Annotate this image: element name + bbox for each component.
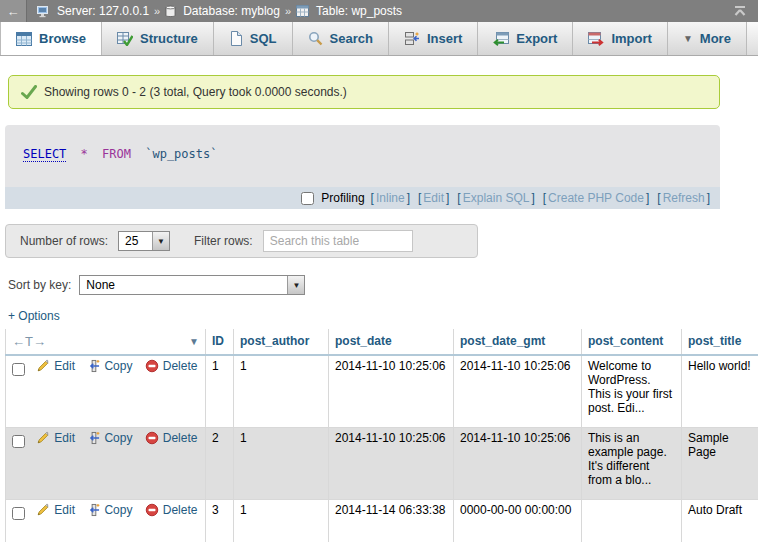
column-header-post-content[interactable]: post_content xyxy=(582,329,682,355)
breadcrumb-separator: » xyxy=(285,5,291,17)
bracket: [ xyxy=(457,191,460,205)
options-toggle-link[interactable]: + Options xyxy=(8,309,60,323)
cell-post-content: This is an example page. It's different … xyxy=(582,427,682,499)
tab-search[interactable]: Search xyxy=(293,22,389,55)
table-row: Edit Copy Delete 3 1 2014-11-14 06:33:38… xyxy=(6,499,758,542)
delete-label: Delete xyxy=(163,359,198,373)
delete-row-link[interactable]: Delete xyxy=(145,431,198,445)
explain-sql-link[interactable]: Explain SQL xyxy=(463,191,530,205)
tab-structure[interactable]: Structure xyxy=(102,22,214,55)
cell-post-date: 2014-11-10 10:25:06 xyxy=(329,427,454,499)
number-of-rows-select[interactable]: 25 ▼ xyxy=(118,231,170,251)
edit-query-link[interactable]: Edit xyxy=(423,191,444,205)
table-tabs: Browse Structure SQL Search Insert Expor… xyxy=(0,22,758,56)
sql-keyword-from: FROM xyxy=(102,147,131,161)
delete-row-link[interactable]: Delete xyxy=(145,503,198,517)
profiling-checkbox[interactable] xyxy=(301,192,314,205)
row-checkbox[interactable] xyxy=(12,435,25,448)
edit-row-link[interactable]: Edit xyxy=(36,431,75,445)
sql-table-identifier: `wp_posts` xyxy=(145,147,217,161)
delete-icon xyxy=(145,503,159,517)
column-header-post-date-gmt[interactable]: post_date_gmt xyxy=(454,329,582,355)
cell-post-date-gmt: 2014-11-10 10:25:06 xyxy=(454,427,582,499)
cell-post-title: Sample Page xyxy=(682,427,758,499)
tab-search-label: Search xyxy=(330,31,373,46)
breadcrumb-server[interactable]: Server: 127.0.0.1 xyxy=(57,4,149,18)
breadcrumb-database[interactable]: Database: myblog xyxy=(183,4,280,18)
sql-query-box: SELECT * FROM `wp_posts` Profiling [Inli… xyxy=(5,125,720,209)
tab-more-label: More xyxy=(700,31,731,46)
table-icon xyxy=(296,5,309,17)
tab-insert-label: Insert xyxy=(427,31,462,46)
tab-browse[interactable]: Browse xyxy=(0,22,102,55)
cell-post-content: Welcome to WordPress. This is your first… xyxy=(582,355,682,427)
tab-export[interactable]: Export xyxy=(478,22,573,55)
breadcrumb-bar: ← Server: 127.0.0.1 » Database: myblog »… xyxy=(0,0,758,22)
column-header-post-author[interactable]: post_author xyxy=(234,329,329,355)
sql-keyword-select[interactable]: SELECT xyxy=(23,147,66,162)
search-table-input[interactable] xyxy=(263,230,413,252)
row-checkbox[interactable] xyxy=(12,507,25,520)
number-of-rows-label: Number of rows: xyxy=(20,234,108,248)
bracket: ] xyxy=(407,191,410,205)
sql-icon xyxy=(229,31,243,46)
delete-icon xyxy=(145,359,159,373)
sql-query-text: SELECT * FROM `wp_posts` xyxy=(5,125,720,187)
row-controls-bar: Number of rows: 25 ▼ Filter rows: xyxy=(5,224,478,258)
breadcrumb-separator: » xyxy=(154,5,160,17)
tab-import[interactable]: Import xyxy=(573,22,667,55)
create-php-code-link[interactable]: Create PHP Code xyxy=(548,191,644,205)
column-header-post-date[interactable]: post_date xyxy=(329,329,454,355)
edit-label: Edit xyxy=(54,359,75,373)
tab-more[interactable]: ▼ More xyxy=(668,22,747,55)
sort-by-key-label: Sort by key: xyxy=(8,278,71,292)
insert-icon xyxy=(404,31,420,46)
tab-insert[interactable]: Insert xyxy=(389,22,478,55)
status-message: Showing rows 0 - 2 (3 total, Query took … xyxy=(8,75,720,109)
column-header-id[interactable]: ID xyxy=(206,329,234,355)
cell-id: 1 xyxy=(206,355,234,427)
refresh-link[interactable]: Refresh xyxy=(663,191,705,205)
copy-row-link[interactable]: Copy xyxy=(87,431,132,445)
sort-row: Sort by key: None ▼ xyxy=(8,275,758,295)
inline-link[interactable]: Inline xyxy=(376,191,405,205)
copy-icon xyxy=(87,503,100,517)
column-header-post-title[interactable]: post_title xyxy=(682,329,758,355)
copy-row-link[interactable]: Copy xyxy=(87,359,132,373)
edit-label: Edit xyxy=(54,503,75,517)
server-icon xyxy=(37,5,50,18)
collapse-navbar-button[interactable] xyxy=(732,4,748,18)
tab-sql[interactable]: SQL xyxy=(214,22,293,55)
sort-by-key-select[interactable]: None ▼ xyxy=(79,275,305,295)
sql-star: * xyxy=(81,147,88,161)
results-table: ←T→ ▼ ID post_author post_date post_date… xyxy=(5,329,758,542)
database-icon xyxy=(165,5,176,18)
sort-by-key-value: None xyxy=(80,276,287,294)
bracket: [ xyxy=(543,191,546,205)
back-button[interactable]: ← xyxy=(0,0,27,22)
edit-row-link[interactable]: Edit xyxy=(36,359,75,373)
row-checkbox[interactable] xyxy=(12,363,25,376)
cell-post-author: 1 xyxy=(234,499,329,542)
row-actions: Edit Copy Delete xyxy=(6,355,206,427)
tab-import-label: Import xyxy=(611,31,651,46)
column-reorder-icon[interactable]: ←T→ xyxy=(12,334,46,349)
copy-label: Copy xyxy=(104,431,132,445)
chevron-down-icon: ▼ xyxy=(287,276,304,294)
copy-row-link[interactable]: Copy xyxy=(87,503,132,517)
bracket: ] xyxy=(446,191,449,205)
chevron-down-icon[interactable]: ▼ xyxy=(189,336,199,347)
query-options-bar: Profiling [Inline] [Edit] [Explain SQL] … xyxy=(5,187,720,209)
import-icon xyxy=(588,32,604,46)
breadcrumb-table[interactable]: Table: wp_posts xyxy=(316,4,402,18)
tab-export-label: Export xyxy=(516,31,557,46)
copy-label: Copy xyxy=(104,503,132,517)
delete-icon xyxy=(145,431,159,445)
delete-row-link[interactable]: Delete xyxy=(145,359,198,373)
edit-row-link[interactable]: Edit xyxy=(36,503,75,517)
cell-post-date-gmt: 2014-11-10 10:25:06 xyxy=(454,355,582,427)
edit-label: Edit xyxy=(54,431,75,445)
copy-label: Copy xyxy=(104,359,132,373)
phpmyadmin-page: ← Server: 127.0.0.1 » Database: myblog »… xyxy=(0,0,758,542)
cell-post-title: Hello world! xyxy=(682,355,758,427)
